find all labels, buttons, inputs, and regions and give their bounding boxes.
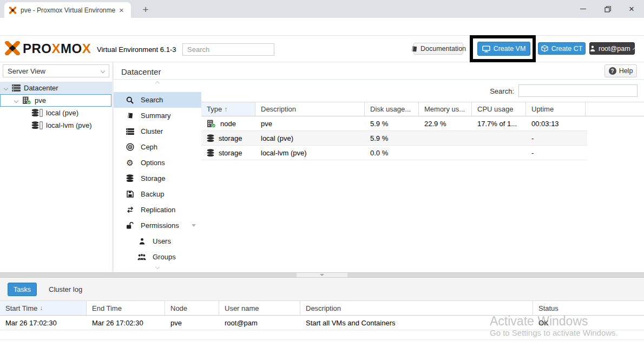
- collapse-caret-icon[interactable]: [192, 224, 196, 227]
- grid-row-storage-local[interactable]: storage local (pve) 5.9 % -: [201, 131, 587, 146]
- grid-header: Type↑ Description Disk usage... Memory u…: [201, 102, 644, 116]
- browser-toolbar: ← → Not secure | 192.168.254.19:8006/#v1…: [0, 18, 644, 36]
- menu-item-options[interactable]: ⚙ Options: [114, 155, 201, 171]
- window-minimize-icon[interactable]: [570, 0, 595, 18]
- menu-item-replication[interactable]: Replication: [114, 202, 201, 218]
- description-cell: local (pve): [255, 131, 365, 145]
- menu-item-ceph[interactable]: Ceph: [114, 139, 201, 155]
- user-menu-button[interactable]: root@pam: [589, 42, 635, 55]
- help-icon: ?: [609, 67, 616, 75]
- user-label: root@pam: [599, 45, 630, 53]
- column-header-status[interactable]: Status: [533, 301, 644, 315]
- search-icon: [126, 96, 134, 104]
- window-restore-icon[interactable]: [595, 0, 620, 18]
- help-label: Help: [619, 67, 633, 75]
- start-time-cell: Mar 26 17:02:30: [0, 316, 87, 330]
- splitter-collapse-icon: [320, 274, 324, 276]
- column-header-disk[interactable]: Disk usage...: [365, 102, 419, 116]
- tree-item-pve[interactable]: pve: [0, 94, 111, 107]
- menu-item-storage[interactable]: Storage: [114, 171, 201, 186]
- menu-item-permissions[interactable]: Permissions: [114, 218, 201, 233]
- proxmox-favicon-icon: [9, 6, 17, 14]
- new-tab-icon[interactable]: +: [139, 3, 153, 17]
- documentation-button[interactable]: Documentation: [413, 43, 463, 55]
- menu-item-label: Summary: [141, 112, 171, 120]
- menu-item-label: Search: [141, 96, 163, 104]
- tab-tasks[interactable]: Tasks: [8, 283, 37, 296]
- menu-item-cluster[interactable]: Cluster: [114, 123, 201, 139]
- ceph-icon: [126, 143, 134, 151]
- tab-cluster-log[interactable]: Cluster log: [44, 283, 87, 296]
- column-header-cpu[interactable]: CPU usage: [472, 102, 526, 116]
- menu-scroll-up[interactable]: [114, 82, 201, 90]
- expander-icon[interactable]: [4, 86, 8, 90]
- menu-item-summary[interactable]: Summary: [114, 108, 201, 123]
- column-header-memory[interactable]: Memory us...: [419, 102, 472, 116]
- cluster-log-tab-label: Cluster log: [49, 285, 82, 293]
- grid-row-node-pve[interactable]: node pve 5.9 % 22.9 % 17.7% of 1... 00:0…: [201, 116, 587, 131]
- cluster-icon: [126, 128, 134, 135]
- menu-item-label: Replication: [141, 206, 175, 214]
- proxmox-logo-icon: [4, 41, 21, 57]
- tasks-tab-label: Tasks: [14, 286, 31, 293]
- cpu-cell: [472, 146, 526, 160]
- memory-cell: [419, 146, 472, 160]
- splitter-handle[interactable]: [297, 273, 347, 277]
- view-selector-label: Server View: [8, 67, 45, 75]
- column-header-uptime[interactable]: Uptime: [526, 102, 586, 116]
- global-search-input[interactable]: [182, 43, 274, 56]
- create-vm-button[interactable]: Create VM: [477, 42, 530, 56]
- uptime-cell: -: [526, 146, 586, 160]
- tasks-grid-header: Start Time↓ End Time Node User name Desc…: [0, 300, 644, 316]
- brand-wordmark: PROXMOX: [23, 41, 91, 56]
- menu-item-label: Backup: [141, 190, 164, 198]
- documentation-label: Documentation: [420, 45, 466, 53]
- storage-icon: [126, 174, 134, 182]
- menu-item-search[interactable]: Search: [114, 92, 201, 108]
- column-header-type[interactable]: Type↑: [201, 102, 255, 116]
- uptime-cell: -: [526, 131, 586, 145]
- menu-item-label: Users: [153, 237, 171, 245]
- task-description-cell: Start all VMs and Containers: [300, 316, 533, 330]
- type-label: node: [220, 120, 236, 128]
- browser-tab[interactable]: pve - Proxmox Virtual Environme ×: [4, 2, 131, 18]
- menu-item-backup[interactable]: Backup: [114, 186, 201, 202]
- column-header-task-description[interactable]: Description: [300, 301, 533, 315]
- tree-item-datacenter[interactable]: Datacenter: [0, 82, 112, 94]
- replication-icon: [126, 206, 134, 213]
- user-icon: [590, 45, 595, 51]
- storage-icon: [207, 134, 214, 142]
- unlock-icon: [126, 222, 134, 229]
- column-header-user[interactable]: User name: [219, 301, 300, 315]
- floppy-icon: [126, 191, 134, 198]
- grid-row-storage-local-lvm[interactable]: storage local-lvm (pve) 0.0 % -: [201, 146, 587, 160]
- create-ct-button[interactable]: Create CT: [538, 42, 586, 55]
- panel-title-divider: [114, 79, 644, 80]
- menu-item-groups[interactable]: Groups: [114, 249, 201, 265]
- description-cell: local-lvm (pve): [255, 146, 365, 160]
- tab-close-icon[interactable]: ×: [119, 5, 124, 15]
- window-close-icon[interactable]: ×: [619, 0, 644, 18]
- column-header-end-time[interactable]: End Time: [87, 301, 165, 315]
- column-header-node[interactable]: Node: [165, 301, 219, 315]
- menu-item-users[interactable]: Users: [114, 233, 201, 249]
- disk-cell: 0.0 %: [365, 146, 419, 160]
- help-button[interactable]: ? Help: [604, 64, 637, 77]
- tasks-tab-bar: [0, 278, 644, 300]
- datacenter-icon: [12, 84, 21, 91]
- node-cell: pve: [165, 316, 219, 330]
- column-header-description[interactable]: Description: [255, 102, 365, 116]
- tree-item-local-lvm[interactable]: local-lvm (pve): [0, 119, 112, 132]
- storage-icon: [31, 121, 43, 129]
- menu-item-label: Groups: [153, 253, 176, 261]
- sort-asc-icon: ↑: [224, 106, 227, 113]
- view-selector[interactable]: Server View: [3, 64, 109, 77]
- tree-item-label: pve: [35, 96, 46, 104]
- column-header-start-time[interactable]: Start Time↓: [0, 301, 87, 315]
- tree-item-local[interactable]: local (pve): [0, 107, 112, 119]
- users-group-icon: [137, 253, 146, 260]
- grid-search-input[interactable]: [518, 84, 638, 97]
- task-row[interactable]: Mar 26 17:02:30 Mar 26 17:02:30 pve root…: [0, 316, 644, 330]
- expander-icon[interactable]: [14, 98, 18, 102]
- node-icon: [22, 96, 31, 104]
